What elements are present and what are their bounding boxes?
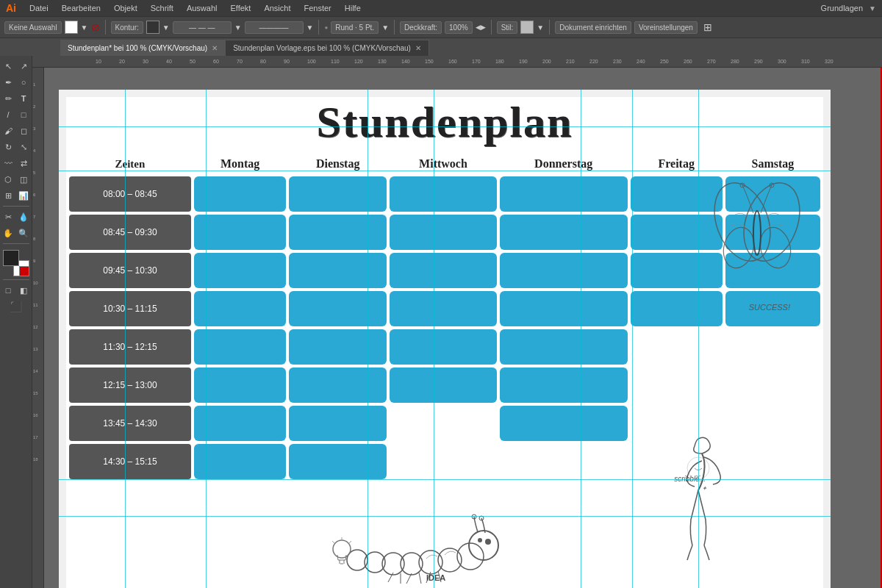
style-swatch[interactable] bbox=[520, 21, 534, 34]
menu-schrift[interactable]: Schrift bbox=[145, 2, 179, 14]
document-setup-button[interactable]: Dokument einrichten bbox=[555, 21, 631, 34]
ruler-left: 1 2 3 4 5 6 7 8 9 10 11 12 13 14 15 16 1 bbox=[32, 68, 44, 588]
preferences-button[interactable]: Voreinstellungen bbox=[634, 21, 698, 34]
svg-point-2 bbox=[719, 224, 758, 271]
schedule-cell-r3-c3 bbox=[500, 291, 628, 326]
scale-tool[interactable]: ⤡ bbox=[16, 140, 31, 154]
pen-tools: ✒ ○ bbox=[1, 75, 31, 90]
tab-0[interactable]: Stundenplan* bei 100 % (CMYK/Vorschau) ✕ bbox=[60, 40, 226, 56]
shape-tool[interactable]: ○ bbox=[16, 75, 31, 90]
pencil-tool[interactable]: ✏ bbox=[1, 91, 15, 106]
time-cell-7: 14:30 – 15:15 bbox=[69, 444, 191, 479]
menu-effekt[interactable]: Effekt bbox=[224, 2, 257, 14]
schedule-cell-r7-c5 bbox=[725, 444, 820, 479]
guide-h4[interactable] bbox=[59, 516, 831, 517]
menu-fenster[interactable]: Fenster bbox=[298, 2, 337, 14]
mesh-tool[interactable]: ⊞ bbox=[1, 188, 15, 203]
tool-sep1 bbox=[3, 206, 29, 207]
type-tools: ✏ T bbox=[1, 91, 31, 106]
schedule-cell-r5-c5 bbox=[725, 368, 820, 403]
eyedropper-tool[interactable]: 💧 bbox=[16, 209, 31, 224]
success-text: SUCCESS! bbox=[749, 303, 790, 312]
color-swatches bbox=[3, 250, 29, 276]
schedule-cell-r1-c2 bbox=[390, 215, 497, 250]
bar-chart-tool[interactable]: 📊 bbox=[16, 188, 31, 203]
stroke-swatch[interactable] bbox=[146, 21, 159, 34]
menu-datei[interactable]: Datei bbox=[24, 2, 54, 14]
guide-h1[interactable] bbox=[59, 126, 831, 127]
red-swatch[interactable] bbox=[19, 266, 29, 276]
hand-tools: ✋ 🔍 bbox=[1, 226, 31, 240]
tab-1-close[interactable]: ✕ bbox=[415, 44, 421, 52]
pen-tool[interactable]: ✒ bbox=[1, 75, 15, 90]
idea-text: IDEA bbox=[426, 573, 445, 582]
rect-tool[interactable]: □ bbox=[16, 107, 31, 122]
menu-auswahl[interactable]: Auswahl bbox=[181, 2, 223, 14]
no-fill-icon[interactable]: ⊘ bbox=[91, 21, 100, 33]
warp-tool[interactable]: 〰 bbox=[1, 156, 15, 171]
guide-h2[interactable] bbox=[59, 171, 831, 171]
sep5 bbox=[549, 20, 550, 35]
screen-mode[interactable]: ⬛ bbox=[9, 299, 24, 314]
schedule-cell-r6-c1 bbox=[289, 406, 387, 441]
stroke-style-dropdown[interactable]: ———— bbox=[245, 21, 304, 34]
tab-0-close[interactable]: ✕ bbox=[212, 44, 218, 52]
stroke-width-input[interactable]: — — — bbox=[173, 21, 232, 34]
svg-point-3 bbox=[756, 224, 795, 271]
guide-v6[interactable] bbox=[632, 90, 633, 588]
selection-tool[interactable]: ↖ bbox=[1, 59, 15, 74]
type-tool[interactable]: T bbox=[16, 91, 31, 106]
canvas-scroll[interactable]: Stundenplan Zeiten Montag Dienstag Mittw… bbox=[44, 68, 882, 588]
mesh-tools: ⊞ 📊 bbox=[1, 188, 31, 203]
paint-tools: 🖌 ◻ bbox=[1, 123, 31, 138]
slice-tool[interactable]: ✂ bbox=[1, 209, 15, 224]
eraser-tool[interactable]: ◻ bbox=[16, 123, 31, 138]
menu-ansicht[interactable]: Ansicht bbox=[258, 2, 296, 14]
tab-1[interactable]: Stundenplan Vorlage.eps bei 100 % (CMYK/… bbox=[226, 40, 429, 56]
opacity-value[interactable]: 100% bbox=[445, 21, 473, 34]
toolbar: Keine Auswahl ▼ ⊘ Kontur: ▼ — — — ▼ ————… bbox=[0, 16, 882, 38]
svg-text:✦: ✦ bbox=[702, 485, 708, 492]
menu-hilfe[interactable]: Hilfe bbox=[339, 2, 367, 14]
schedule-cell-r2-c0 bbox=[194, 253, 286, 288]
workspace-label[interactable]: Grundlagen bbox=[821, 4, 864, 12]
line-tool[interactable]: / bbox=[1, 107, 15, 122]
menu-objekt[interactable]: Objekt bbox=[108, 2, 143, 14]
paint-tool[interactable]: 🖌 bbox=[1, 123, 15, 138]
guide-v5[interactable] bbox=[581, 90, 581, 588]
table-row: 09:45 – 10:30 bbox=[69, 253, 820, 288]
schedule-cell-r5-c3 bbox=[500, 368, 628, 403]
schedule-cell-r0-c4 bbox=[631, 176, 723, 212]
guide-h3[interactable] bbox=[59, 479, 831, 480]
tabs-bar: Stundenplan* bei 100 % (CMYK/Vorschau) ✕… bbox=[0, 38, 882, 56]
direct-selection-tool[interactable]: ↗ bbox=[16, 59, 31, 74]
outline-view[interactable]: ◧ bbox=[16, 283, 31, 298]
selection-indicator: Keine Auswahl bbox=[4, 21, 62, 34]
guide-v7[interactable] bbox=[698, 90, 699, 588]
brush-selector[interactable]: Rund · 5 Pt. bbox=[331, 21, 379, 34]
hand-tool[interactable]: ✋ bbox=[1, 226, 15, 240]
schedule-cell-r4-c4 bbox=[631, 329, 723, 365]
rotate-tool[interactable]: ↻ bbox=[1, 140, 15, 154]
blend-tool[interactable]: ⬡ bbox=[1, 172, 15, 187]
foreground-swatch[interactable] bbox=[3, 250, 19, 266]
app-logo: Ai bbox=[6, 2, 16, 14]
opacity-label: Deckkraft: bbox=[400, 21, 442, 34]
zoom-tool[interactable]: 🔍 bbox=[16, 226, 31, 240]
guide-v3[interactable] bbox=[368, 90, 368, 588]
fill-swatch[interactable] bbox=[65, 21, 78, 34]
guide-v4[interactable] bbox=[434, 90, 434, 588]
schedule-cell-r7-c0 bbox=[194, 444, 286, 479]
guide-v1[interactable] bbox=[125, 90, 126, 588]
normal-view[interactable]: □ bbox=[1, 283, 15, 298]
panel-icon[interactable]: ⊞ bbox=[703, 21, 712, 33]
time-cell-6: 13:45 – 14:30 bbox=[69, 406, 191, 441]
tool-sep3 bbox=[3, 279, 29, 280]
gradient-tool[interactable]: ◫ bbox=[16, 172, 31, 187]
guide-v2[interactable] bbox=[206, 90, 207, 588]
schedule-cell-r0-c3 bbox=[500, 176, 628, 212]
svg-point-4 bbox=[753, 211, 761, 255]
menu-bearbeiten[interactable]: Bearbeiten bbox=[56, 2, 107, 14]
mirror-tool[interactable]: ⇄ bbox=[16, 156, 31, 171]
schedule-cell-r3-c2 bbox=[390, 291, 497, 326]
